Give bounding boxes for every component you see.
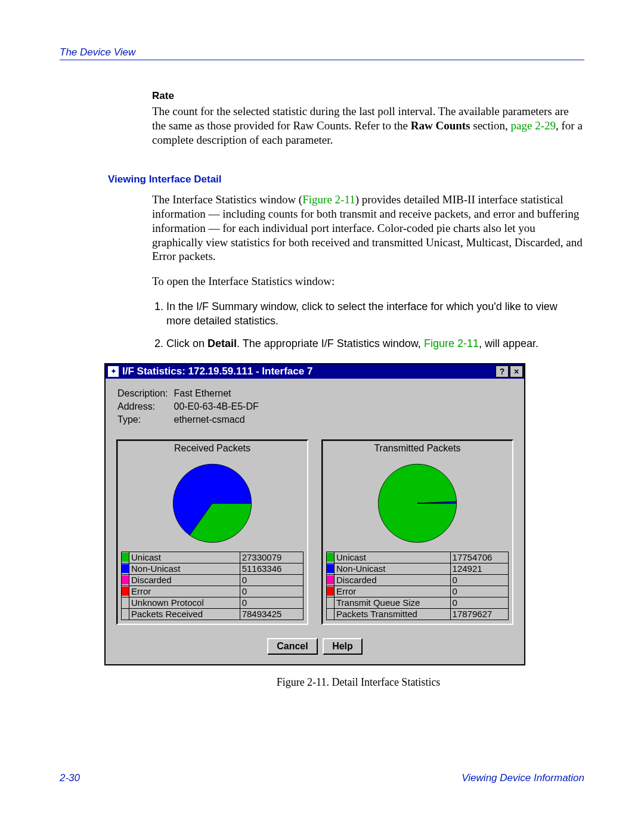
stat-value: 0 xyxy=(450,586,508,597)
transmitted-pie xyxy=(326,456,509,552)
interface-info: Description:Fast Ethernet Address:00-E0-… xyxy=(116,387,265,428)
stat-label: Unicast xyxy=(335,552,451,563)
cancel-button[interactable]: Cancel xyxy=(267,638,317,655)
footer-right: Viewing Device Information xyxy=(462,772,584,784)
dialog-title: I/F Statistics: 172.19.59.111 - Interfac… xyxy=(122,366,494,377)
step-list: In the I/F Summary window, click to sele… xyxy=(152,299,584,351)
help-icon[interactable]: ? xyxy=(496,366,509,377)
received-table: Unicast27330079Non-Unicast51163346Discar… xyxy=(121,552,304,620)
transmitted-panel: Transmitted Packets Unicast17754706Non-U… xyxy=(321,439,513,625)
close-icon[interactable]: × xyxy=(510,366,523,377)
stat-value: 0 xyxy=(450,597,508,608)
rate-paragraph: The count for the selected statistic dur… xyxy=(152,104,584,147)
footer-left: 2-30 xyxy=(60,772,80,784)
stat-value: 17879627 xyxy=(450,608,508,620)
stat-value: 51163346 xyxy=(240,563,303,574)
stat-value: 78493425 xyxy=(240,608,303,620)
stat-value: 0 xyxy=(450,574,508,586)
detail-word: Detail xyxy=(208,337,237,349)
received-panel: Received Packets Unicast27330079Non-Unic… xyxy=(116,439,308,625)
stat-value: 27330079 xyxy=(240,552,303,563)
addr-value: 00-E0-63-4B-E5-DF xyxy=(174,401,263,413)
stat-label: Non-Unicast xyxy=(335,563,451,574)
section-paragraph: The Interface Statistics window (Figure … xyxy=(152,193,584,264)
stat-value: 17754706 xyxy=(450,552,508,563)
stat-label: Unknown Protocol xyxy=(129,597,240,608)
figure-caption: Figure 2-11. Detail Interface Statistics xyxy=(149,676,568,689)
rate-heading: Rate xyxy=(152,90,584,102)
transmitted-title: Transmitted Packets xyxy=(326,442,509,456)
page-ref-link[interactable]: page 2-29 xyxy=(511,119,556,132)
desc-label: Description: xyxy=(117,388,172,400)
dialog-titlebar: ✦ I/F Statistics: 172.19.59.111 - Interf… xyxy=(106,364,524,379)
figure-ref-2[interactable]: Figure 2-11 xyxy=(424,337,479,349)
if-statistics-dialog: ✦ I/F Statistics: 172.19.59.111 - Interf… xyxy=(104,363,525,665)
addr-label: Address: xyxy=(117,401,172,413)
stat-label: Packets Transmitted xyxy=(335,608,451,620)
stat-label: Discarded xyxy=(335,574,451,586)
step-1: In the I/F Summary window, click to sele… xyxy=(166,299,584,329)
section-heading: Viewing Interface Detail xyxy=(108,174,584,185)
header-left: The Device View xyxy=(60,47,135,58)
stat-label: Packets Received xyxy=(129,608,240,620)
raw-counts-link: Raw Counts xyxy=(411,119,470,132)
stat-value: 0 xyxy=(240,574,303,586)
stat-label: Error xyxy=(335,586,451,597)
stat-value: 124921 xyxy=(450,563,508,574)
figure-ref[interactable]: Figure 2-11 xyxy=(302,193,355,206)
received-title: Received Packets xyxy=(121,442,304,456)
stat-label: Unicast xyxy=(129,552,240,563)
open-instruction: To open the Interface Statistics window: xyxy=(152,274,584,289)
received-pie xyxy=(121,456,304,552)
stat-label: Transmit Queue Size xyxy=(335,597,451,608)
transmitted-table: Unicast17754706Non-Unicast124921Discarde… xyxy=(326,552,509,620)
type-label: Type: xyxy=(117,414,172,426)
step-2: Click on Detail. The appropriate I/F Sta… xyxy=(166,336,584,351)
stat-label: Error xyxy=(129,586,240,597)
page-footer: 2-30 Viewing Device Information xyxy=(60,772,584,784)
header-rule xyxy=(60,60,584,60)
stat-label: Discarded xyxy=(129,574,240,586)
app-icon: ✦ xyxy=(108,366,119,377)
stat-label: Non-Unicast xyxy=(129,563,240,574)
dialog-button-row: Cancel Help xyxy=(116,638,513,655)
stat-value: 0 xyxy=(240,586,303,597)
page-header: The Device View xyxy=(60,47,584,58)
type-value: ethernet-csmacd xyxy=(174,414,263,426)
stat-value: 0 xyxy=(240,597,303,608)
help-button[interactable]: Help xyxy=(323,638,363,655)
desc-value: Fast Ethernet xyxy=(174,388,263,400)
